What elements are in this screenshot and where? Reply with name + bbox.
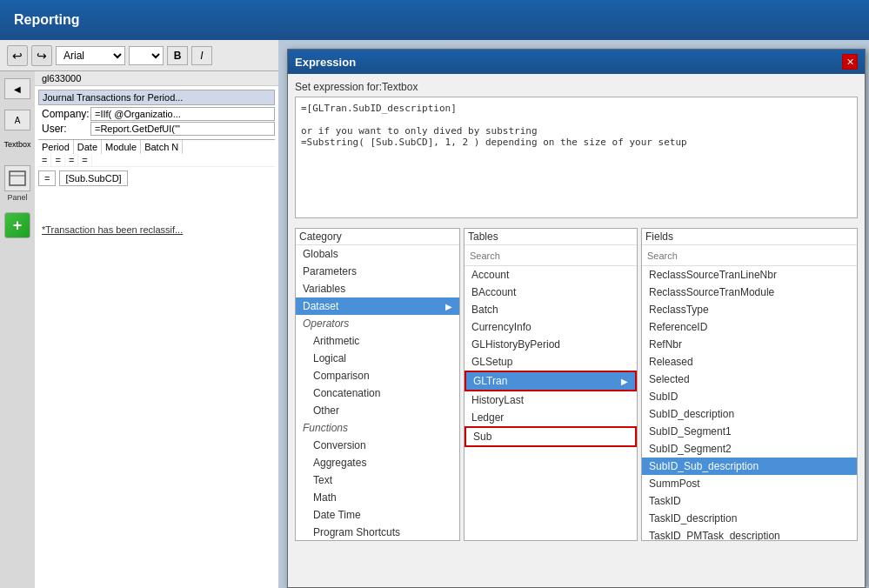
dialog-title-bar: Expression ✕ (288, 50, 865, 74)
fields-list: ReclassSourceTranLineNbrReclassSourceTra… (642, 266, 857, 541)
field-item[interactable]: SubID_Sub_description (642, 458, 857, 475)
table-item[interactable]: GLHistoryByPeriod (465, 336, 637, 353)
tables-header: Tables (465, 229, 637, 245)
expression-textarea[interactable]: =[GLTran.SubID_description] or if you wa… (295, 97, 858, 218)
tables-search-input[interactable] (465, 245, 637, 266)
category-item[interactable]: Variables (296, 280, 459, 297)
table-item-gltran[interactable]: GLTran▶ (465, 371, 637, 391)
dialog-overlay: Expression ✕ Set expression for:Textbox … (0, 40, 869, 588)
field-item[interactable]: TaskID_PMTask_description (642, 527, 857, 541)
set-expression-label: Set expression for:Textbox (295, 81, 858, 93)
field-item[interactable]: ReclassSourceTranModule (642, 284, 857, 301)
category-sub-item[interactable]: Date Time (296, 506, 459, 524)
dialog-body: Set expression for:Textbox =[GLTran.SubI… (288, 74, 865, 548)
table-item[interactable]: Ledger (465, 409, 637, 426)
table-item[interactable]: Sub (465, 426, 637, 447)
dialog-title: Expression (295, 56, 356, 69)
title-bar: Reporting (0, 0, 869, 40)
category-header: Category (296, 229, 459, 245)
category-column: Category GlobalsParametersVariablesDatas… (295, 228, 460, 541)
field-item[interactable]: ReferenceID (642, 318, 857, 336)
field-item[interactable]: ReclassSourceTranLineNbr (642, 266, 857, 284)
field-item[interactable]: SubID (642, 388, 857, 405)
category-sub-item[interactable]: Logical (296, 350, 459, 367)
three-columns-area: Category GlobalsParametersVariablesDatas… (295, 228, 858, 541)
category-item-dataset[interactable]: Dataset▶ (296, 297, 459, 315)
field-item[interactable]: SummPost (642, 475, 857, 492)
category-item[interactable]: Parameters (296, 263, 459, 280)
category-sub-item[interactable]: Other (296, 402, 459, 419)
category-sub-item[interactable]: Text (296, 471, 459, 489)
field-item[interactable]: ReclassType (642, 301, 857, 318)
category-sub-item[interactable]: Conversion (296, 437, 459, 454)
category-list: GlobalsParametersVariablesDataset▶Operat… (296, 245, 459, 541)
category-sub-item[interactable]: Concatenation (296, 384, 459, 402)
app-title: Reporting (14, 12, 80, 28)
category-section-header: Functions (296, 419, 459, 437)
fields-search-input[interactable] (642, 245, 857, 266)
main-area: ↩ ↪ Arial B I ◀ A Textbox (0, 40, 869, 588)
table-item[interactable]: Account (465, 266, 637, 284)
table-item[interactable]: CurrencyInfo (465, 318, 637, 336)
category-sub-item[interactable]: Comparison (296, 367, 459, 384)
expression-dialog: Expression ✕ Set expression for:Textbox … (287, 49, 866, 588)
table-item[interactable]: BAccount (465, 284, 637, 301)
field-item[interactable]: Released (642, 353, 857, 371)
category-sub-item[interactable]: Arithmetic (296, 332, 459, 350)
category-section-header: Operators (296, 315, 459, 332)
field-item[interactable]: RefNbr (642, 336, 857, 353)
category-sub-item[interactable]: Program Shortcuts (296, 524, 459, 541)
field-item[interactable]: Selected (642, 371, 857, 388)
category-sub-item[interactable]: Math (296, 489, 459, 506)
field-item[interactable]: SubID_description (642, 405, 857, 423)
table-item[interactable]: GLSetup (465, 353, 637, 371)
table-item[interactable]: HistoryLast (465, 391, 637, 409)
field-item[interactable]: TaskID_description (642, 510, 857, 527)
category-item[interactable]: Globals (296, 245, 459, 263)
tables-column: Tables AccountBAccountBatchCurrencyInfoG… (464, 228, 638, 541)
tables-list: AccountBAccountBatchCurrencyInfoGLHistor… (465, 266, 637, 447)
fields-column: Fields ReclassSourceTranLineNbrReclassSo… (641, 228, 858, 541)
field-item[interactable]: TaskID (642, 492, 857, 510)
fields-header: Fields (642, 229, 857, 245)
field-item[interactable]: SubID_Segment1 (642, 423, 857, 440)
dialog-close-button[interactable]: ✕ (842, 54, 858, 70)
field-item[interactable]: SubID_Segment2 (642, 440, 857, 458)
category-sub-item[interactable]: Aggregates (296, 454, 459, 471)
table-item[interactable]: Batch (465, 301, 637, 318)
